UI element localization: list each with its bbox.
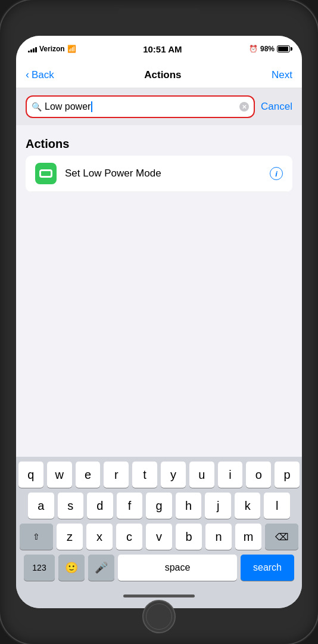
action-label: Set Low Power Mode: [65, 168, 261, 179]
key-j[interactable]: j: [205, 493, 231, 519]
home-button[interactable]: [142, 600, 176, 633]
page-title: Actions: [144, 69, 181, 81]
key-a[interactable]: a: [28, 493, 54, 519]
key-k[interactable]: k: [235, 493, 261, 519]
search-clear-button[interactable]: ✕: [239, 102, 249, 112]
content-area: Actions Set Low Power Mode i: [16, 125, 302, 457]
keyboard-row-1: q w e r t y u i o p: [18, 462, 300, 488]
key-c[interactable]: c: [116, 524, 142, 550]
key-s[interactable]: s: [58, 493, 84, 519]
battery-symbol: [39, 169, 52, 178]
key-v[interactable]: v: [146, 524, 172, 550]
status-bar: Verizon 📶 10:51 AM ⏰ 98%: [16, 36, 302, 62]
signal-bar-2: [30, 49, 32, 52]
key-x[interactable]: x: [86, 524, 113, 550]
keyboard-row-3: ⇧ z x c v b n m ⌫: [18, 524, 300, 550]
search-key[interactable]: search: [241, 555, 294, 581]
key-t[interactable]: t: [132, 462, 157, 488]
key-y[interactable]: y: [161, 462, 186, 488]
list-item[interactable]: Set Low Power Mode i: [26, 156, 292, 192]
key-z[interactable]: z: [57, 524, 83, 550]
info-button[interactable]: i: [270, 167, 283, 180]
battery-container: [277, 45, 290, 52]
action-list: Set Low Power Mode i: [26, 156, 292, 192]
key-o[interactable]: o: [246, 462, 271, 488]
status-time: 10:51 AM: [143, 44, 182, 54]
keyboard-row-4: 123 🙂 🎤 space search: [18, 555, 300, 581]
key-d[interactable]: d: [87, 493, 113, 519]
battery-percent: 98%: [260, 45, 275, 53]
cancel-button[interactable]: Cancel: [261, 98, 292, 115]
next-button[interactable]: Next: [272, 69, 292, 81]
key-g[interactable]: g: [146, 493, 172, 519]
alarm-icon: ⏰: [249, 45, 258, 53]
action-icon-set-low-power: [35, 163, 57, 184]
keyboard-row-2: a s d f g h j k l: [18, 493, 300, 519]
key-q[interactable]: q: [18, 462, 43, 488]
shift-key[interactable]: ⇧: [20, 524, 53, 550]
home-indicator: [123, 595, 195, 597]
nav-bar: ‹ Back Actions Next: [16, 62, 302, 88]
wifi-icon: 📶: [67, 45, 76, 53]
battery-icon: [277, 45, 290, 52]
battery-fill: [278, 47, 288, 51]
back-button[interactable]: ‹ Back: [26, 69, 54, 81]
key-l[interactable]: l: [264, 493, 290, 519]
key-e[interactable]: e: [76, 462, 101, 488]
signal-bar-4: [35, 47, 37, 52]
phone-notch: [117, 8, 201, 16]
dictation-key[interactable]: 🎤: [88, 555, 114, 581]
key-h[interactable]: h: [176, 493, 202, 519]
status-left: Verizon 📶: [28, 45, 76, 53]
phone-screen: Verizon 📶 10:51 AM ⏰ 98% ‹ Back Actions: [16, 36, 302, 608]
key-w[interactable]: w: [47, 462, 72, 488]
search-bar[interactable]: 🔍 Low power ✕: [26, 95, 255, 118]
backspace-key[interactable]: ⌫: [265, 524, 298, 550]
emoji-key[interactable]: 🙂: [58, 555, 85, 581]
space-key[interactable]: space: [118, 555, 237, 581]
chevron-left-icon: ‹: [26, 69, 29, 81]
home-button-ring: [146, 603, 172, 630]
key-b[interactable]: b: [176, 524, 202, 550]
signal-bars: [28, 45, 37, 52]
search-cursor: [91, 101, 92, 112]
key-r[interactable]: r: [104, 462, 129, 488]
status-right: ⏰ 98%: [249, 45, 290, 53]
section-header: Actions: [16, 125, 302, 156]
search-input-value[interactable]: Low power: [45, 101, 91, 112]
key-m[interactable]: m: [235, 524, 261, 550]
key-u[interactable]: u: [189, 462, 214, 488]
numbers-key[interactable]: 123: [24, 555, 55, 581]
signal-bar-1: [28, 51, 30, 52]
keyboard: q w e r t y u i o p a s d f g h j k: [16, 457, 302, 608]
key-f[interactable]: f: [117, 493, 143, 519]
key-i[interactable]: i: [218, 462, 243, 488]
carrier-name: Verizon: [39, 45, 65, 53]
signal-bar-3: [33, 48, 35, 52]
search-area: 🔍 Low power ✕ Cancel: [16, 88, 302, 125]
key-p[interactable]: p: [275, 462, 300, 488]
key-n[interactable]: n: [205, 524, 232, 550]
phone-frame: Verizon 📶 10:51 AM ⏰ 98% ‹ Back Actions: [0, 0, 318, 644]
back-label: Back: [32, 69, 54, 81]
search-icon: 🔍: [32, 102, 42, 112]
search-bar-wrapper: 🔍 Low power ✕: [26, 95, 255, 118]
